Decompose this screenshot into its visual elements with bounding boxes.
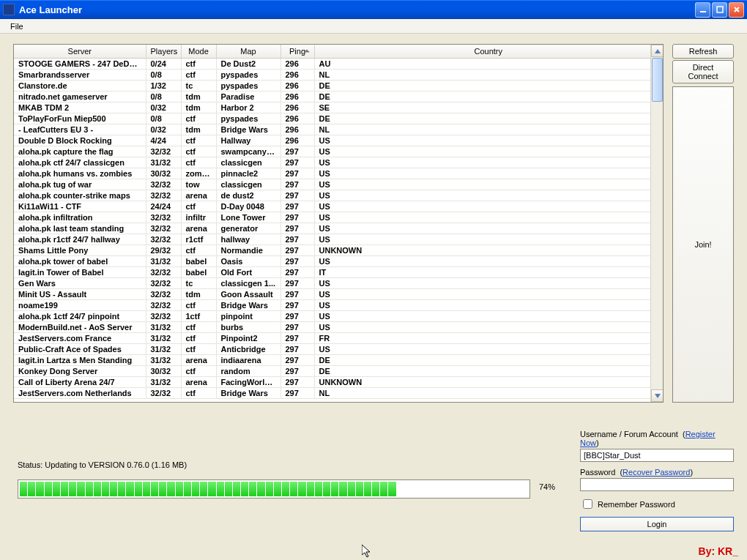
table-row[interactable]: aloha.pk ctf 24/7 classicgen31/32ctfclas… [14, 157, 663, 168]
table-row[interactable]: aloha.pk capture the flag32/32ctfswampca… [14, 146, 663, 157]
table-row[interactable]: aloha.pk tug of war32/32towclassicgen297… [14, 179, 663, 190]
cell-map: Paradise [216, 92, 280, 102]
cell-server: STOOGE GAMERS - 247 DeDust [14, 59, 146, 70]
table-row[interactable]: STOOGE GAMERS - 247 DeDust0/24ctfDe Dust… [14, 59, 663, 70]
cell-server: lagit.in Tower of Babel [14, 267, 146, 278]
login-button[interactable]: Login [580, 517, 734, 531]
table-row[interactable]: Ki11aWi11 - CTF24/24ctfD-Day 0048297US [14, 201, 663, 212]
cell-country: UNKNOWN [314, 377, 663, 388]
minimize-button[interactable] [695, 2, 710, 18]
cell-mode: ctf [181, 366, 216, 377]
join-button[interactable]: Join! [672, 86, 734, 403]
table-row[interactable]: noame19932/32ctfBridge Wars297US [14, 300, 663, 311]
password-input[interactable] [580, 478, 734, 491]
cell-country: US [314, 212, 663, 223]
cell-mode: infiltr [181, 212, 216, 223]
table-row[interactable]: - LeafCutters EU 3 -0/32tdmBridge Wars29… [14, 124, 663, 135]
close-button[interactable] [729, 2, 744, 18]
titlebar[interactable]: Ace Launcher [0, 0, 747, 19]
cell-mode: ctf [181, 146, 216, 157]
table-row[interactable]: JestServers.com France31/32ctfPinpoint22… [14, 333, 663, 344]
cell-players: 24/24 [146, 201, 181, 212]
table-row[interactable]: JestServers.com Netherlands32/32ctfBridg… [14, 388, 663, 399]
table-row[interactable]: nitrado.net gameserver0/8tdmParadise296D… [14, 92, 663, 102]
table-row[interactable]: Public-Craft Ace of Spades31/32ctfAnticb… [14, 344, 663, 355]
col-mode[interactable]: Mode [181, 45, 216, 59]
table-row[interactable]: aloha.pk last team standing32/32arenagen… [14, 223, 663, 234]
table-row[interactable]: Double D Block Rocking4/24ctfHallway296U… [14, 135, 663, 146]
cell-map: pinpoint [216, 311, 280, 322]
username-label: Username / Forum Account (Register Now) [580, 430, 734, 447]
cell-players: 1/32 [146, 81, 181, 92]
cell-players: 0/8 [146, 92, 181, 102]
server-list[interactable]: Server Players Mode Map Ping Country STO… [13, 44, 664, 403]
table-row[interactable]: Smarbrandsserver0/8ctfpyspades296NL [14, 70, 663, 81]
svg-rect-1 [717, 7, 723, 12]
cell-players: 31/32 [146, 322, 181, 333]
col-map[interactable]: Map [216, 45, 280, 59]
cell-mode: tdm [181, 102, 216, 113]
password-label: Password (Recover Password) [580, 468, 734, 477]
cell-server: Ki11aWi11 - CTF [14, 201, 146, 212]
table-row[interactable]: ToPlayForFun Miep5000/8ctfpyspades296DE [14, 113, 663, 124]
table-row[interactable]: Clanstore.de1/32tcpyspades296DE [14, 81, 663, 92]
cell-ping: 296 [280, 135, 314, 146]
cell-country: US [314, 256, 663, 267]
window-controls [695, 2, 744, 18]
table-row[interactable]: Konkey Dong Server30/32ctfrandom297DE [14, 366, 663, 377]
direct-connect-button[interactable]: Direct Connect [672, 60, 734, 83]
cell-map: pyspades [216, 113, 280, 124]
table-row[interactable]: aloha.pk tower of babel31/32babelOasis29… [14, 256, 663, 267]
table-row[interactable]: lagit.in Lartza s Men Standing31/32arena… [14, 355, 663, 366]
cell-map: swampcanyon [216, 146, 280, 157]
menu-file[interactable]: File [4, 21, 29, 31]
table-row[interactable]: lagit.in Tower of Babel32/32babelOld For… [14, 267, 663, 278]
cell-players: 31/32 [146, 377, 181, 388]
table-row[interactable]: aloha.pk counter-strike maps32/32arenade… [14, 190, 663, 201]
cell-map: Bridge Wars [216, 300, 280, 311]
table-row[interactable]: MKAB TDM 20/32tdmHarbor 2296SE [14, 102, 663, 113]
cell-players: 32/32 [146, 190, 181, 201]
table-row[interactable]: aloha.pk 1ctf 24/7 pinpoint32/321ctfpinp… [14, 311, 663, 322]
scroll-down-icon[interactable] [651, 389, 664, 402]
username-input[interactable] [580, 449, 734, 462]
cell-ping: 297 [280, 201, 314, 212]
cell-ping: 296 [280, 92, 314, 102]
table-row[interactable]: aloha.pk r1ctf 24/7 hallway32/32r1ctfhal… [14, 234, 663, 245]
table-row[interactable]: ModernBuild.net - AoS Server31/32ctfburb… [14, 322, 663, 333]
col-country[interactable]: Country [314, 45, 663, 59]
table-row[interactable]: aloha.pk infiltration32/32infiltrLone To… [14, 212, 663, 223]
vertical-scrollbar[interactable] [650, 45, 663, 402]
cell-country: US [314, 146, 663, 157]
cell-players: 32/32 [146, 223, 181, 234]
cell-country: DE [314, 92, 663, 102]
cell-country: NL [314, 70, 663, 81]
table-row[interactable]: Shams Little Pony29/32ctfNormandie297UNK… [14, 245, 663, 256]
scroll-up-icon[interactable] [651, 45, 664, 57]
col-server[interactable]: Server [14, 45, 146, 59]
col-players[interactable]: Players [146, 45, 181, 59]
col-ping[interactable]: Ping [280, 45, 314, 59]
cell-map: Hallway [216, 135, 280, 146]
remember-password-label: Remember Password [598, 500, 675, 509]
recover-password-link[interactable]: Recover Password [622, 468, 690, 477]
table-row[interactable]: Call of Liberty Arena 24/731/32arenaFaci… [14, 377, 663, 388]
cell-mode: ctf [181, 70, 216, 81]
remember-password-checkbox[interactable] [583, 499, 592, 509]
table-row[interactable]: Minit US - Assault32/32tdmGoon Assault29… [14, 289, 663, 300]
table-row[interactable]: Gen Wars32/32tcclassicgen 1...297US [14, 278, 663, 289]
cell-server: Double D Block Rocking [14, 135, 146, 146]
cell-ping: 297 [280, 322, 314, 333]
cell-map: classicgen 1... [216, 278, 280, 289]
cell-map: de dust2 [216, 190, 280, 201]
cell-server: Gen Wars [14, 278, 146, 289]
cell-map: Lone Tower [216, 212, 280, 223]
table-row[interactable]: aloha.pk humans vs. zombies30/32zomb...p… [14, 168, 663, 179]
scroll-thumb[interactable] [652, 58, 663, 102]
cell-server: aloha.pk infiltration [14, 212, 146, 223]
refresh-button[interactable]: Refresh [672, 44, 734, 59]
cell-map: Anticbridge [216, 344, 280, 355]
cell-country: US [314, 157, 663, 168]
maximize-button[interactable] [712, 2, 727, 18]
cell-players: 0/24 [146, 59, 181, 70]
